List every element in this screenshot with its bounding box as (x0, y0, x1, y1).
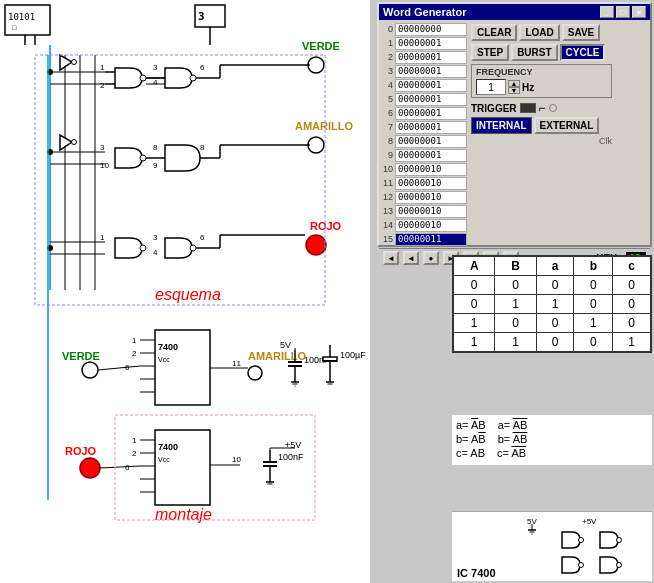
svg-text:10: 10 (100, 161, 109, 170)
svg-text:Vcc: Vcc (158, 356, 170, 363)
svg-point-135 (579, 538, 584, 543)
svg-text:8: 8 (200, 143, 205, 152)
col-header-a: a (536, 257, 574, 276)
trigger-section: TRIGGER ⌐ INTERNAL EXTERNAL Clk (471, 101, 612, 146)
formula-b1: b= AB (456, 433, 486, 445)
cycle-button[interactable]: CYCLE (560, 44, 606, 61)
frequency-input[interactable] (476, 79, 506, 95)
word-gen-content: 0 00000000 1 00000001 2 00000001 3 00000… (379, 20, 650, 248)
formula-c2: c= AB (497, 447, 526, 459)
svg-text:6: 6 (200, 233, 205, 242)
table-row: 8 00000001 (381, 134, 467, 148)
svg-point-20 (140, 155, 146, 161)
table-row: 12 00000010 (381, 190, 467, 204)
table-row: 0 00000000 (381, 22, 467, 36)
table-row: 5 00000001 (381, 92, 467, 106)
svg-text:2: 2 (132, 449, 137, 458)
load-button[interactable]: LOAD (519, 24, 559, 41)
truth-table-area: A B a b c 0 0 0 0 0 0 1 1 (452, 255, 652, 353)
svg-text:3: 3 (100, 143, 105, 152)
bottom-btn-3[interactable]: ● (423, 251, 439, 265)
rojo-left-label: ROJO (65, 445, 97, 457)
trigger-radio[interactable] (549, 104, 557, 112)
svg-text:3: 3 (153, 63, 158, 72)
svg-text:10: 10 (232, 455, 241, 464)
table-row: 0 1 1 0 0 (454, 295, 651, 314)
svg-point-35 (140, 245, 146, 251)
titlebar-controls: _ □ × (600, 6, 646, 18)
second-button-row: STEP BURST CYCLE (471, 44, 612, 61)
freq-up-button[interactable]: ▲ (508, 80, 520, 87)
frequency-controls: ▲ ▼ Hz (476, 79, 607, 95)
svg-text:+5V: +5V (582, 517, 597, 526)
svg-point-137 (579, 563, 584, 568)
table-row: 9 00000001 (381, 148, 467, 162)
svg-text:5V: 5V (280, 340, 291, 350)
maximize-button[interactable]: □ (616, 6, 630, 18)
table-row: 6 00000001 (381, 106, 467, 120)
svg-point-112 (80, 458, 100, 478)
data-rows-panel: 0 00000000 1 00000001 2 00000001 3 00000… (381, 22, 467, 246)
trigger-wave-icon: ⌐ (539, 101, 546, 115)
svg-text:1: 1 (132, 436, 137, 445)
freq-down-button[interactable]: ▼ (508, 87, 520, 94)
hz-label: Hz (522, 82, 534, 93)
svg-text:6: 6 (125, 463, 130, 472)
formula-a2: a= AB (498, 419, 528, 431)
bottom-btn-1[interactable]: ◄ (383, 251, 399, 265)
svg-text:3: 3 (153, 233, 158, 242)
svg-text:Vcc: Vcc (158, 456, 170, 463)
trigger-row: TRIGGER ⌐ (471, 101, 612, 115)
col-header-c: c (613, 257, 651, 276)
burst-button[interactable]: BURST (511, 44, 557, 61)
formula-row-2: b= AB b= AB (456, 433, 648, 445)
col-header-A: A (454, 257, 495, 276)
svg-text:7400: 7400 (158, 342, 178, 352)
external-button[interactable]: EXTERNAL (534, 117, 600, 134)
bottom-btn-2[interactable]: ◄ (403, 251, 419, 265)
truth-table: A B a b c 0 0 0 0 0 0 1 1 (453, 256, 651, 352)
trigger-indicator (520, 103, 536, 113)
right-controls-panel: CLEAR LOAD SAVE STEP BURST CYCLE FREQUEN… (469, 22, 614, 246)
rojo-top-label: ROJO (310, 220, 342, 232)
step-button[interactable]: STEP (471, 44, 509, 61)
svg-point-12 (140, 75, 146, 81)
frequency-label: FREQUENCY (476, 67, 607, 77)
col-header-B: B (495, 257, 536, 276)
svg-text:1: 1 (132, 336, 137, 345)
formula-b2: b= AB (498, 433, 528, 445)
formula-a1: a= AB (456, 419, 486, 431)
top-button-row: CLEAR LOAD SAVE (471, 24, 612, 41)
trigger-label: TRIGGER (471, 103, 517, 114)
esquema-label: esquema (155, 286, 221, 303)
main-container: 10101 □ 3 VERDE AMARILLO ROJO (0, 0, 654, 583)
close-button[interactable]: × (632, 6, 646, 18)
internal-external-row: INTERNAL EXTERNAL (471, 117, 612, 134)
clk-label: Clk (599, 136, 612, 146)
svg-point-49 (72, 60, 77, 65)
table-row: 10 00000010 (381, 162, 467, 176)
table-row: 13 00000010 (381, 204, 467, 218)
svg-text:4: 4 (153, 248, 158, 257)
table-row: 1 00000001 (381, 36, 467, 50)
svg-point-136 (617, 538, 622, 543)
save-button[interactable]: SAVE (562, 24, 601, 41)
formula-area: a= AB a= AB b= AB b= AB c= AB c= AB (452, 415, 652, 465)
table-row: 14 00000010 (381, 218, 467, 232)
svg-text:100µF: 100µF (340, 350, 366, 360)
svg-text:11: 11 (232, 359, 241, 368)
truth-table-header-row: A B a b c (454, 257, 651, 276)
table-row: 7 00000001 (381, 120, 467, 134)
table-row: 15 00000011 (381, 232, 467, 246)
svg-text:9: 9 (153, 161, 158, 170)
internal-button[interactable]: INTERNAL (471, 117, 532, 134)
frequency-section: FREQUENCY ▲ ▼ Hz (471, 64, 612, 98)
svg-point-51 (72, 140, 77, 145)
table-row: 2 00000001 (381, 50, 467, 64)
svg-text:7400: 7400 (158, 442, 178, 452)
svg-point-138 (617, 563, 622, 568)
svg-text:IC 7400: IC 7400 (457, 567, 496, 579)
clear-button[interactable]: CLEAR (471, 24, 517, 41)
clk-row: Clk (471, 136, 612, 146)
minimize-button[interactable]: _ (600, 6, 614, 18)
